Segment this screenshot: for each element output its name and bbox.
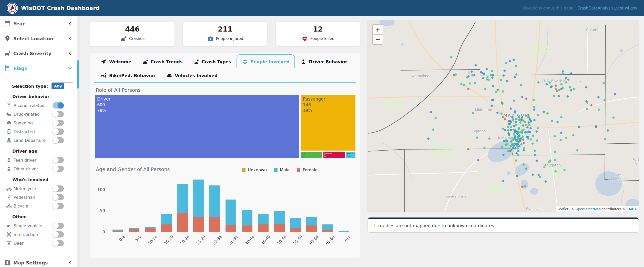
crash-dot[interactable] bbox=[525, 124, 527, 126]
crash-dot[interactable] bbox=[598, 109, 600, 111]
crash-dot[interactable] bbox=[525, 167, 527, 170]
crash-dot[interactable] bbox=[514, 143, 516, 145]
crash-dot[interactable] bbox=[597, 96, 600, 98]
selection-type-toggle[interactable]: Any bbox=[51, 82, 74, 90]
crash-dot[interactable] bbox=[523, 142, 525, 144]
crash-dot[interactable] bbox=[590, 104, 592, 107]
crash-dot[interactable] bbox=[501, 146, 503, 148]
crash-dot[interactable] bbox=[534, 150, 536, 152]
crash-dot[interactable] bbox=[510, 107, 512, 110]
crash-dot[interactable] bbox=[518, 116, 520, 118]
crash-dot[interactable] bbox=[475, 64, 477, 66]
crash-dot[interactable] bbox=[537, 114, 539, 116]
crash-dot[interactable] bbox=[595, 126, 597, 128]
crash-dot[interactable] bbox=[515, 65, 517, 67]
crash-dot[interactable] bbox=[502, 90, 504, 93]
crash-dot[interactable] bbox=[455, 73, 457, 76]
crash-dot[interactable] bbox=[533, 108, 536, 111]
crash-dot[interactable] bbox=[506, 80, 508, 82]
crash-dot[interactable] bbox=[539, 176, 541, 178]
crash-dot[interactable] bbox=[486, 78, 488, 81]
tab-welcome[interactable]: Welcome bbox=[95, 54, 137, 68]
crash-dot[interactable] bbox=[560, 116, 563, 118]
crash-dot[interactable] bbox=[536, 160, 538, 162]
crash-dot[interactable] bbox=[484, 88, 487, 90]
crash-dot[interactable] bbox=[558, 89, 560, 91]
crash-dot[interactable] bbox=[558, 95, 560, 97]
crash-dot[interactable] bbox=[569, 86, 571, 88]
crash-dot[interactable] bbox=[514, 131, 516, 133]
crash-dot[interactable] bbox=[560, 132, 563, 134]
crash-dot[interactable] bbox=[491, 70, 493, 72]
crash-dot[interactable] bbox=[501, 102, 503, 104]
crash-dot[interactable] bbox=[491, 76, 494, 79]
crash-dot[interactable] bbox=[486, 76, 489, 78]
crash-dot[interactable] bbox=[554, 135, 556, 137]
crash-dot[interactable] bbox=[555, 88, 557, 90]
tab-crash-trends[interactable]: Crash Trends bbox=[137, 54, 188, 68]
crash-dot[interactable] bbox=[512, 147, 514, 150]
crash-dot[interactable] bbox=[528, 124, 531, 126]
crash-dot[interactable] bbox=[490, 74, 492, 76]
crash-dot[interactable] bbox=[495, 91, 497, 93]
crash-dot[interactable] bbox=[560, 83, 563, 85]
crash-dot[interactable] bbox=[536, 130, 538, 133]
crash-dot[interactable] bbox=[510, 140, 513, 143]
crash-dot[interactable] bbox=[523, 147, 525, 149]
crash-dot[interactable] bbox=[517, 150, 520, 152]
crash-dot[interactable] bbox=[491, 99, 493, 101]
crash-dot[interactable] bbox=[516, 175, 518, 177]
crash-dot[interactable] bbox=[427, 137, 430, 140]
crash-dot[interactable] bbox=[467, 148, 469, 151]
crash-dot[interactable] bbox=[526, 136, 528, 138]
contact-email-link[interactable]: CrashDataAnalysis@dot.wi.gov bbox=[577, 6, 637, 11]
crash-dot[interactable] bbox=[607, 129, 609, 132]
crash-dot[interactable] bbox=[511, 143, 514, 146]
crash-dot[interactable] bbox=[512, 138, 514, 140]
sidebar-scrollbar-thumb[interactable] bbox=[77, 60, 79, 88]
crash-dot[interactable] bbox=[469, 82, 471, 85]
crash-dot[interactable] bbox=[481, 72, 484, 74]
crash-dot[interactable] bbox=[573, 88, 575, 90]
crash-dot[interactable] bbox=[531, 143, 534, 145]
crash-dot[interactable] bbox=[502, 116, 504, 118]
crash-dot[interactable] bbox=[567, 78, 570, 81]
crash-dot[interactable] bbox=[543, 166, 546, 168]
crash-dot[interactable] bbox=[554, 151, 556, 153]
crash-dot[interactable] bbox=[516, 133, 518, 135]
crash-dot[interactable] bbox=[477, 159, 479, 161]
crash-dot[interactable] bbox=[545, 181, 547, 183]
crash-dot[interactable] bbox=[533, 106, 535, 108]
crash-dot[interactable] bbox=[474, 82, 476, 84]
toggle-older-driver[interactable] bbox=[53, 166, 64, 172]
tab-crash-types[interactable]: Crash Types bbox=[188, 54, 237, 68]
toggle-speeding[interactable] bbox=[53, 120, 64, 126]
crash-dot[interactable] bbox=[515, 121, 517, 123]
zoom-in-button[interactable]: + bbox=[373, 25, 383, 34]
crash-dot[interactable] bbox=[526, 126, 529, 128]
crash-dot[interactable] bbox=[483, 147, 486, 149]
crash-dot[interactable] bbox=[565, 137, 568, 139]
crash-dot[interactable] bbox=[515, 73, 518, 76]
toggle-bicycle[interactable] bbox=[53, 203, 64, 209]
crash-dot[interactable] bbox=[585, 86, 588, 88]
crash-dot[interactable] bbox=[504, 118, 506, 121]
crash-dot[interactable] bbox=[500, 113, 503, 115]
crash-dot[interactable] bbox=[520, 143, 523, 146]
crash-dot[interactable] bbox=[510, 126, 513, 128]
crash-dot[interactable] bbox=[507, 126, 509, 128]
osm-link[interactable]: OpenStreetMap bbox=[576, 207, 601, 211]
crash-dot[interactable] bbox=[502, 180, 505, 182]
crash-dot[interactable] bbox=[529, 120, 532, 122]
toggle-lane-departure[interactable] bbox=[53, 137, 64, 143]
crash-dot[interactable] bbox=[534, 154, 536, 156]
crash-dot[interactable] bbox=[546, 112, 549, 115]
crash-dot[interactable] bbox=[548, 161, 550, 163]
crash-dot[interactable] bbox=[586, 108, 588, 110]
crash-dot[interactable] bbox=[515, 139, 518, 142]
treemap-driver[interactable]: Driver60079% bbox=[95, 95, 299, 158]
crash-dot[interactable] bbox=[514, 76, 516, 78]
crash-dot[interactable] bbox=[492, 74, 495, 76]
crash-dot[interactable] bbox=[604, 99, 606, 101]
crash-dot[interactable] bbox=[522, 139, 525, 141]
